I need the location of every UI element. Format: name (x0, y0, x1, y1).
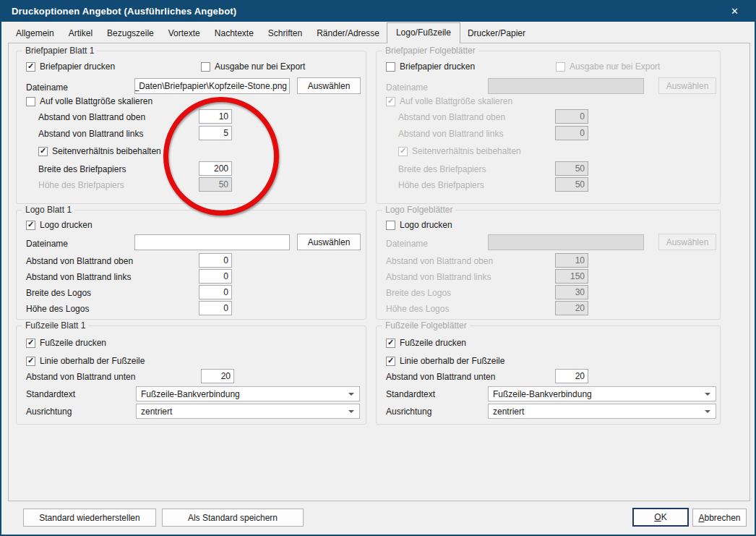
auswaehlen-button[interactable]: Auswählen (297, 77, 361, 94)
checkbox-fusszeile-drucken[interactable]: ✓ Fußzeile drucken (386, 338, 466, 348)
auswaehlen-button[interactable]: Auswählen (297, 234, 361, 250)
abstand-unten-label: Abstand von Blattrand unten (386, 372, 495, 382)
checkbox-box (386, 62, 395, 72)
abstand-oben-input[interactable]: 10 (199, 109, 232, 124)
checkbox-seitenverhaeltnis-beibehalten: ✓ Seitenverhältnis beibehalten (398, 146, 521, 156)
hoehe-input[interactable]: 0 (199, 301, 232, 315)
breite-label: Breite des Briefpapiers (398, 164, 486, 174)
abstand-unten-input[interactable]: 20 (555, 369, 588, 383)
checkmark-icon: ✓ (400, 147, 406, 155)
tab-vortexte[interactable]: Vortexte (161, 25, 207, 43)
abstand-links-label: Abstand von Blattrand links (38, 129, 143, 139)
close-icon[interactable]: ✕ (725, 4, 744, 18)
group-title: Briefpapier Folgeblätter (382, 46, 478, 56)
checkbox-logo-drucken[interactable]: ✓ Logo drucken (26, 220, 93, 230)
dateiname-input[interactable]: same_Daten\Briefpapier\Kopfzeile-Stone.p… (134, 78, 290, 94)
tab-drucker-papier[interactable]: Drucker/Papier (460, 25, 533, 43)
checkbox-auf-volle-blattgroesse-skalieren[interactable]: Auf volle Blattgröße skalieren (26, 96, 153, 106)
abstand-links-input[interactable]: 5 (199, 126, 232, 140)
tab-artikel[interactable]: Artikel (61, 25, 100, 43)
dateiname-label: Dateiname (26, 82, 68, 93)
checkbox-box: ✓ (26, 357, 35, 366)
tab-raender-adresse[interactable]: Ränder/Adresse (309, 25, 387, 43)
tab-strip: Allgemein Artikel Bezugszeile Vortexte N… (1, 23, 755, 43)
ausrichtung-dropdown[interactable]: zentriert (136, 404, 360, 419)
breite-input[interactable]: 200 (199, 161, 232, 176)
checkmark-icon: ✓ (387, 339, 394, 346)
checkbox-logo-drucken[interactable]: Logo drucken (386, 220, 452, 230)
hoehe-input: 50 (555, 177, 588, 192)
group-title: Fußzeile Folgeblätter (382, 320, 470, 331)
ausrichtung-dropdown[interactable]: zentriert (488, 404, 716, 419)
print-options-dialog: Druckoptionen Angebot (Ausführliches Ang… (0, 0, 756, 536)
standardtext-label: Standardtext (386, 389, 435, 399)
breite-input: 50 (555, 161, 588, 176)
breite-label: Breite des Logos (26, 288, 91, 298)
dropdown-arrow-icon (348, 410, 354, 413)
auswaehlen-button: Auswählen (658, 234, 716, 250)
checkbox-ausgabe-nur-bei-export[interactable]: Ausgabe nur bei Export (201, 61, 305, 72)
standard-wiederherstellen-button[interactable]: Standard wiederherstellen (23, 509, 156, 527)
tab-nachtexte[interactable]: Nachtexte (207, 25, 261, 43)
dateiname-label: Dateiname (386, 239, 428, 249)
tab-schriften[interactable]: Schriften (261, 25, 309, 43)
hoehe-label: Höhe des Briefpapiers (398, 180, 484, 190)
abbrechen-button[interactable]: Abbrechen (692, 509, 747, 527)
checkbox-box: ✓ (386, 357, 395, 366)
checkbox-linie-oberhalb-der-fusszeile[interactable]: ✓ Linie oberhalb der Fußzeile (26, 356, 145, 366)
hoehe-label: Höhe des Logos (26, 304, 89, 314)
checkbox-box: ✓ (26, 62, 35, 72)
standardtext-label: Standardtext (26, 389, 75, 399)
checkbox-box: ✓ (26, 339, 35, 348)
group-fusszeile-blatt1: Fußzeile Blatt 1 ✓ Fußzeile drucken ✓ Li… (16, 326, 366, 425)
group-title: Briefpapier Blatt 1 (22, 46, 97, 56)
checkbox-auf-volle-blattgroesse-skalieren: ✓ Auf volle Blattgröße skalieren (386, 96, 512, 106)
hoehe-label: Höhe des Logos (386, 304, 449, 314)
checkbox-box: ✓ (386, 97, 395, 106)
abstand-links-label: Abstand von Blattrand links (26, 272, 131, 282)
abstand-links-label: Abstand von Blattrand links (386, 272, 491, 282)
breite-input[interactable]: 0 (199, 285, 232, 299)
group-title: Logo Folgeblätter (382, 205, 455, 215)
checkbox-linie-oberhalb-der-fusszeile[interactable]: ✓ Linie oberhalb der Fußzeile (386, 356, 504, 366)
checkmark-icon: ✓ (387, 357, 394, 365)
group-logo-folgeblaetter: Logo Folgeblätter Logo drucken Dateiname… (376, 210, 721, 320)
checkbox-box (386, 221, 395, 230)
tab-bezugszeile[interactable]: Bezugszeile (100, 25, 161, 43)
abstand-links-label: Abstand von Blattrand links (398, 129, 503, 139)
dialog-title: Druckoptionen Angebot (Ausführliches Ang… (12, 6, 725, 17)
checkbox-box: ✓ (38, 147, 48, 156)
title-bar: Druckoptionen Angebot (Ausführliches Ang… (0, 0, 756, 22)
abstand-oben-label: Abstand von Blattrand oben (386, 256, 493, 266)
checkbox-briefpapier-drucken[interactable]: Briefpapier drucken (386, 61, 475, 72)
dateiname-label: Dateiname (386, 82, 428, 93)
group-logo-blatt1: Logo Blatt 1 ✓ Logo drucken Dateiname Au… (16, 210, 366, 320)
ausrichtung-label: Ausrichtung (386, 407, 431, 417)
abstand-oben-label: Abstand von Blattrand oben (38, 112, 145, 122)
abstand-unten-input[interactable]: 20 (201, 369, 234, 383)
checkmark-icon: ✓ (27, 62, 34, 70)
group-fusszeile-folgeblaetter: Fußzeile Folgeblätter ✓ Fußzeile drucken… (376, 326, 721, 425)
tab-allgemein[interactable]: Allgemein (9, 25, 61, 43)
tab-logo-fusszeile[interactable]: Logo/Fußzeile (387, 22, 460, 43)
standardtext-dropdown[interactable]: Fußzeile-Bankverbindung (136, 386, 360, 401)
dateiname-input (488, 78, 644, 94)
als-standard-speichern-button[interactable]: Als Standard speichern (162, 509, 304, 527)
dateiname-input[interactable] (134, 234, 290, 250)
group-briefpapier-blatt1: Briefpapier Blatt 1 ✓ Briefpapier drucke… (16, 51, 366, 204)
checkmark-icon: ✓ (27, 339, 34, 346)
dropdown-arrow-icon (705, 410, 710, 413)
breite-label: Breite des Logos (386, 288, 451, 298)
ok-button[interactable]: OK (632, 508, 689, 527)
abstand-links-input[interactable]: 0 (199, 269, 232, 284)
abstand-oben-label: Abstand von Blattrand oben (398, 112, 505, 122)
checkbox-ausgabe-nur-bei-export: Ausgabe nur bei Export (556, 61, 660, 72)
standardtext-dropdown[interactable]: Fußzeile-Bankverbindung (488, 386, 716, 401)
ausrichtung-label: Ausrichtung (26, 407, 72, 417)
abstand-oben-input[interactable]: 0 (199, 253, 232, 268)
abstand-oben-label: Abstand von Blattrand oben (26, 256, 133, 266)
hoehe-label: Höhe des Briefpapiers (38, 180, 124, 190)
checkbox-briefpapier-drucken[interactable]: ✓ Briefpapier drucken (26, 61, 115, 72)
checkbox-seitenverhaeltnis-beibehalten[interactable]: ✓ Seitenverhältnis beibehalten (38, 146, 161, 156)
checkbox-fusszeile-drucken[interactable]: ✓ Fußzeile drucken (26, 338, 106, 348)
